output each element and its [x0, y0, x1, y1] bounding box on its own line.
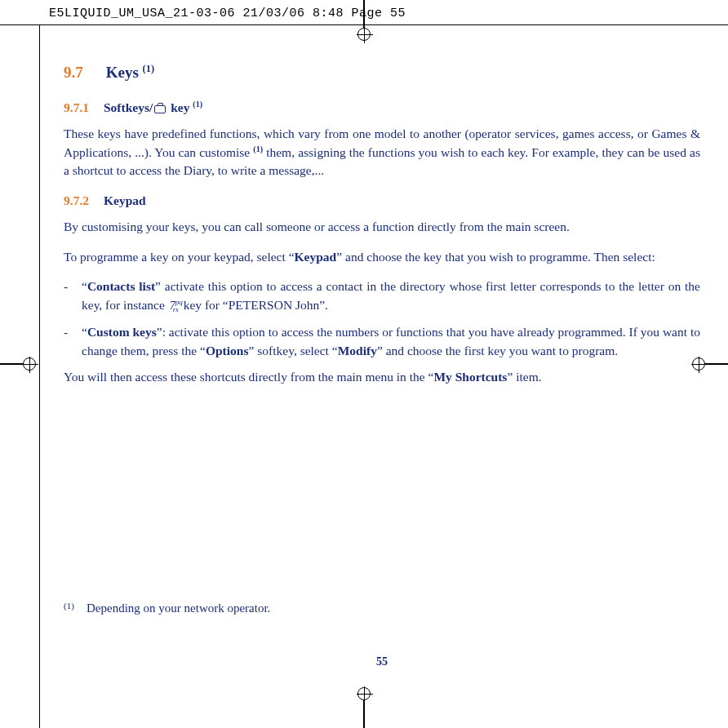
footnote-ref: (1) — [253, 144, 263, 153]
subsection-heading: 9.7.1Softkeys/ key (1) — [64, 99, 700, 118]
footnote: (1) Depending on your network operator. — [64, 600, 270, 618]
subsection-number: 9.7.2 — [64, 193, 89, 207]
keypad-7-icon: 7pqrs — [170, 300, 179, 312]
paragraph: To programme a key on your keypad, selec… — [64, 248, 700, 266]
page-number: 55 — [64, 654, 700, 670]
section-title: Keys — [106, 64, 139, 81]
imposition-slug: E5LIQUID_UM_USA_21-03-06 21/03/06 8:48 P… — [49, 7, 406, 20]
subsection-title: Keypad — [104, 193, 146, 207]
registration-mark-left — [0, 353, 42, 375]
paragraph: You will then access these shortcuts dir… — [64, 368, 700, 386]
camera-key-icon — [154, 104, 166, 113]
registration-mark-bottom — [357, 684, 371, 728]
section-heading: 9.7Keys (1) — [64, 61, 700, 84]
subsection-heading: 9.7.2Keypad — [64, 192, 700, 210]
subsection-title-suffix: key — [167, 100, 189, 114]
paragraph: These keys have predefined functions, wh… — [64, 125, 700, 180]
footnote-mark: (1) — [64, 600, 87, 618]
list-item: - “Custom keys”: activate this option to… — [64, 323, 700, 360]
subsection-number: 9.7.1 — [64, 100, 89, 114]
footnote-text: Depending on your network operator. — [87, 600, 270, 618]
bullet-dash: - — [64, 323, 82, 360]
footnote-ref: (1) — [143, 63, 154, 74]
footnote-ref: (1) — [193, 100, 202, 109]
paragraph: By customising your keys, you can call s… — [64, 218, 700, 236]
page-content: 9.7Keys (1) 9.7.1Softkeys/ key (1) These… — [64, 61, 700, 398]
bullet-dash: - — [64, 277, 82, 315]
trim-line-vertical — [39, 24, 40, 728]
section-number: 9.7 — [64, 64, 83, 81]
subsection-title-prefix: Softkeys/ — [104, 100, 153, 114]
list-item: - “Contacts list” activate this option t… — [64, 277, 700, 315]
trim-line-horizontal — [0, 24, 728, 25]
